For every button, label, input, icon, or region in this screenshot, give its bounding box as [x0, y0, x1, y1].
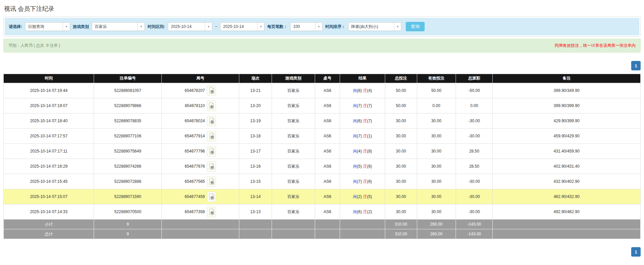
page-1-button[interactable]: 1 — [631, 247, 641, 257]
round-id: 654678024 — [185, 119, 205, 123]
video-record-button[interactable] — [207, 146, 216, 157]
cell-remark: 459.90/429.90 — [493, 129, 641, 144]
cell-table: AS6 — [315, 174, 340, 189]
cell-total-bet[interactable]: 30.00 — [385, 129, 417, 144]
cell-result: 闲(4) 庄(8) — [340, 144, 385, 159]
cell-total-bet[interactable]: 30.00 — [385, 159, 417, 174]
cell-table: AS6 — [315, 204, 340, 220]
player-label: 闲 — [353, 179, 357, 184]
chevron-down-icon[interactable]: ▼ — [257, 23, 264, 31]
cell-payout: -30.00 — [456, 174, 493, 189]
chevron-down-icon[interactable]: ▼ — [205, 23, 212, 31]
cell-total-bet[interactable]: 30.00 — [385, 204, 417, 220]
cell-session-empty — [239, 229, 272, 239]
cell-payout: 28.50 — [456, 144, 493, 159]
records-table: 时间注单编号局号场次游戏类别桌号结果总投注有效投注总派彩备注 2025-10-1… — [3, 74, 641, 239]
video-record-button[interactable] — [207, 101, 216, 111]
cell-valid-bet: 30.00 — [417, 204, 456, 220]
player-score: (6) — [357, 209, 362, 214]
cell-round: 654677914 — [161, 129, 239, 144]
cell-time: 2025-10-14 07:15:07 — [4, 189, 94, 204]
banker-score: (5) — [367, 194, 372, 199]
video-record-button[interactable] — [207, 161, 216, 172]
cell-payout: 0.00 — [456, 98, 493, 113]
table-body: 2025-10-14 07:19:44522889081057654678207… — [4, 83, 641, 220]
subtotal-valid-bet: 260.00 — [417, 220, 456, 229]
cell-session: 13-19 — [239, 113, 272, 129]
subtotal-total-bet: 310.00 — [385, 220, 417, 229]
cell-total-bet[interactable]: 30.00 — [385, 189, 417, 204]
cell-session: 13-16 — [239, 159, 272, 174]
cell-round-empty — [161, 229, 239, 239]
cell-remark-empty — [493, 229, 641, 239]
cell-round: 654678207 — [161, 83, 239, 98]
banker-score: (7) — [367, 103, 372, 108]
sort-order-select[interactable]: 降幂(由大到小) ▼ — [348, 22, 401, 31]
header-col-payout: 总派彩 — [456, 74, 493, 83]
video-record-button[interactable] — [207, 176, 216, 187]
cell-total-bet[interactable]: 30.00 — [385, 144, 417, 159]
date-from-select[interactable]: 2025-10-14 ▼ — [168, 22, 212, 31]
pagination-top: 1 — [3, 61, 641, 70]
player-label: 闲 — [353, 134, 357, 138]
table-row: 2025-10-14 07:19:44522889081057654678207… — [4, 83, 641, 98]
date-to-select[interactable]: 2025-10-14 ▼ — [220, 22, 265, 31]
valid-bet-notice-text: 同局有效投注，统一计算在该局第一张注单内 — [555, 43, 636, 48]
chevron-down-icon[interactable]: ▼ — [137, 23, 145, 31]
cell-remark-empty — [493, 220, 641, 229]
pagination-bottom: 1 — [3, 247, 641, 261]
video-record-button[interactable] — [207, 192, 216, 202]
cell-valid-bet: 50.00 — [417, 83, 456, 98]
round-cell: 654677914 — [163, 131, 238, 141]
range-separator: ~ — [215, 24, 217, 29]
banker-label: 庄 — [363, 149, 367, 154]
search-button[interactable]: 查询 — [406, 22, 425, 31]
cell-valid-bet: 30.00 — [417, 144, 456, 159]
chevron-down-icon[interactable]: ▼ — [315, 23, 322, 31]
banker-label: 庄 — [363, 103, 367, 108]
video-record-icon — [209, 178, 214, 185]
date-range-label: 时间区间: — [148, 24, 165, 30]
cell-time: 2025-10-14 07:19:44 — [4, 83, 94, 98]
chevron-down-icon[interactable]: ▼ — [394, 23, 401, 31]
page-1-button[interactable]: 1 — [631, 61, 641, 70]
query-type-select[interactable]: 日期查询 ▼ — [25, 22, 70, 31]
cell-table: AS6 — [315, 129, 340, 144]
video-record-button[interactable] — [207, 131, 216, 141]
video-record-icon — [209, 118, 214, 124]
video-record-button[interactable] — [207, 116, 216, 126]
player-score: (7) — [357, 134, 362, 138]
round-id: 654678110 — [185, 103, 205, 108]
player-score: (7) — [357, 103, 362, 108]
game-type-value: 百家乐 — [92, 23, 137, 31]
video-record-button[interactable] — [207, 86, 216, 96]
cell-session: 13-13 — [239, 204, 272, 220]
header-col-remark: 备注 — [493, 74, 641, 83]
cell-total-bet[interactable]: 30.00 — [385, 174, 417, 189]
cell-total-bet[interactable]: 30.00 — [385, 113, 417, 129]
table-row: 2025-10-14 07:16:29522889074266654677676… — [4, 159, 641, 174]
table-row: 2025-10-14 07:19:07522889079866654678110… — [4, 98, 641, 113]
chevron-down-icon[interactable]: ▼ — [63, 23, 70, 31]
video-record-icon — [209, 102, 214, 109]
cell-bet-id: 522889071590 — [94, 189, 161, 204]
subtotal-label: 小计 — [4, 220, 94, 229]
sort-order-value: 降幂(由大到小) — [348, 23, 394, 31]
page: 视讯 会员下注纪录 请选择: 日期查询 ▼ 游戏类别 百家乐 ▼ 时间区间: 2… — [0, 5, 644, 261]
cell-payout: -30.00 — [456, 189, 493, 204]
video-record-button[interactable] — [207, 207, 216, 217]
cell-total-bet[interactable]: 50.00 — [385, 98, 417, 113]
player-label: 闲 — [353, 119, 357, 123]
page-size-select[interactable]: 100 ▼ — [290, 22, 323, 31]
cell-payout: -30.00 — [456, 204, 493, 220]
round-id: 654677676 — [185, 164, 205, 169]
cell-game-type: 百家乐 — [272, 113, 315, 129]
player-score: (8) — [357, 88, 362, 93]
query-type-value: 日期查询 — [25, 23, 63, 31]
cell-valid-bet: 30.00 — [417, 189, 456, 204]
banker-score: (1) — [367, 134, 372, 138]
video-record-icon — [209, 163, 214, 170]
game-type-select[interactable]: 百家乐 ▼ — [92, 22, 145, 31]
banker-label: 庄 — [363, 209, 367, 214]
cell-total-bet[interactable]: 50.00 — [385, 83, 417, 98]
